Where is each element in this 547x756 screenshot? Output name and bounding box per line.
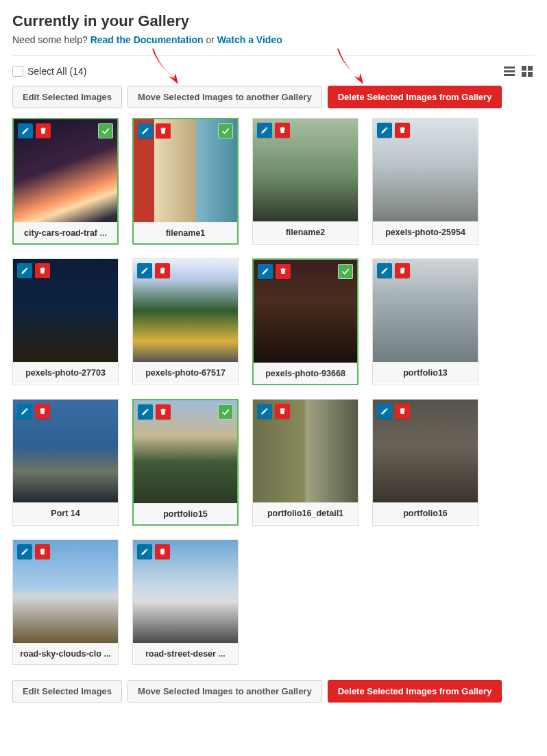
tile-delete-button[interactable] bbox=[156, 404, 171, 419]
gallery-tile[interactable]: pexels-photo-67517 bbox=[132, 258, 239, 385]
gallery-tile[interactable]: Port 14 bbox=[12, 399, 119, 526]
check-icon bbox=[221, 407, 230, 417]
tile-caption: pexels-photo-67517 bbox=[133, 362, 238, 383]
tile-edit-button[interactable] bbox=[377, 263, 392, 278]
pencil-icon bbox=[141, 267, 149, 275]
gallery-tile[interactable]: road-sky-clouds-clo ... bbox=[12, 539, 119, 665]
gallery-tile[interactable]: pexels-photo-25954 bbox=[372, 118, 478, 245]
tile-edit-button[interactable] bbox=[377, 123, 392, 138]
tile-delete-button[interactable] bbox=[276, 264, 291, 279]
documentation-link[interactable]: Read the Documentation bbox=[90, 34, 204, 45]
delete-selected-button[interactable]: Delete Selected Images from Gallery bbox=[328, 680, 502, 703]
tile-edit-button[interactable] bbox=[17, 263, 32, 278]
tile-delete-button[interactable] bbox=[36, 123, 51, 138]
tile-caption: pexels-photo-25954 bbox=[373, 221, 478, 243]
gallery-tile[interactable]: filename1 bbox=[132, 118, 239, 245]
grid-view-button[interactable] bbox=[520, 64, 535, 79]
tile-edit-button[interactable] bbox=[258, 264, 273, 279]
tile-label: city-cars-road-traf bbox=[24, 228, 97, 238]
thumbnail[interactable] bbox=[134, 119, 237, 222]
arrow-annotation-icon bbox=[148, 47, 186, 91]
move-selected-button[interactable]: Move Selected Images to another Gallery bbox=[127, 86, 322, 108]
gallery-tile[interactable]: pexels-photo-27703 bbox=[12, 258, 119, 385]
tile-edit-button[interactable] bbox=[138, 404, 153, 419]
pencil-icon bbox=[141, 548, 149, 556]
thumbnail[interactable] bbox=[14, 119, 117, 222]
selected-check-badge[interactable] bbox=[218, 123, 233, 138]
tile-edit-button[interactable] bbox=[257, 123, 272, 138]
pencil-icon bbox=[141, 127, 149, 135]
tile-delete-button[interactable] bbox=[155, 544, 170, 559]
thumbnail[interactable] bbox=[373, 400, 478, 502]
selected-check-badge[interactable] bbox=[218, 404, 233, 419]
tile-label: portfolio13 bbox=[403, 368, 448, 378]
gallery-tile[interactable]: portfolio16 bbox=[372, 399, 478, 526]
tile-delete-button[interactable] bbox=[35, 404, 50, 419]
select-all-checkbox[interactable] bbox=[12, 66, 23, 77]
delete-selected-button[interactable]: Delete Selected Images from Gallery bbox=[328, 86, 502, 108]
trash-icon bbox=[278, 407, 287, 415]
tile-edit-button[interactable] bbox=[377, 404, 392, 419]
tile-delete-button[interactable] bbox=[35, 263, 50, 278]
tile-edit-button[interactable] bbox=[17, 404, 32, 419]
gallery-tile[interactable]: city-cars-road-traf ... bbox=[12, 118, 119, 245]
tile-edit-button[interactable] bbox=[18, 123, 33, 138]
gallery-tile[interactable]: pexels-photo-93668 bbox=[252, 258, 358, 385]
trash-icon bbox=[38, 267, 47, 275]
thumbnail[interactable] bbox=[373, 259, 478, 362]
trash-icon bbox=[159, 127, 167, 135]
gallery-tile[interactable]: portfolio13 bbox=[372, 258, 478, 385]
gallery-tile[interactable]: portfolio16_detail1 bbox=[252, 399, 358, 526]
arrow-annotation-icon bbox=[333, 47, 372, 91]
tile-delete-button[interactable] bbox=[395, 404, 410, 419]
trash-icon bbox=[159, 408, 167, 416]
thumbnail[interactable] bbox=[13, 259, 118, 362]
thumbnail[interactable] bbox=[253, 119, 358, 221]
list-view-button[interactable] bbox=[502, 64, 517, 79]
tile-action-strip bbox=[137, 544, 170, 559]
truncation-indicator: ... bbox=[101, 649, 111, 659]
thumbnail[interactable] bbox=[373, 119, 478, 221]
edit-selected-button[interactable]: Edit Selected Images bbox=[12, 86, 122, 108]
tile-action-strip bbox=[377, 123, 410, 138]
selected-check-badge[interactable] bbox=[98, 123, 113, 138]
trash-icon bbox=[39, 127, 47, 135]
pencil-icon bbox=[260, 126, 269, 134]
selected-check-badge[interactable] bbox=[338, 264, 353, 279]
thumbnail[interactable] bbox=[133, 259, 238, 362]
gallery-tile[interactable]: portfolio15 bbox=[132, 399, 239, 526]
tile-delete-button[interactable] bbox=[156, 123, 171, 138]
thumbnail[interactable] bbox=[13, 400, 118, 502]
pencil-icon bbox=[380, 267, 389, 275]
edit-selected-button[interactable]: Edit Selected Images bbox=[12, 680, 122, 703]
pencil-icon bbox=[261, 267, 269, 276]
tile-edit-button[interactable] bbox=[137, 544, 152, 559]
tile-delete-button[interactable] bbox=[35, 544, 50, 559]
tile-edit-button[interactable] bbox=[17, 544, 32, 559]
select-all[interactable]: Select All (14) bbox=[12, 66, 86, 77]
tile-delete-button[interactable] bbox=[155, 263, 170, 278]
action-bar-bottom: Edit Selected Images Move Selected Image… bbox=[12, 680, 535, 703]
tile-caption: filename2 bbox=[253, 221, 358, 243]
tile-action-strip bbox=[377, 404, 410, 419]
tile-delete-button[interactable] bbox=[275, 123, 290, 138]
thumbnail[interactable] bbox=[253, 400, 358, 502]
tile-edit-button[interactable] bbox=[257, 404, 272, 419]
pencil-icon bbox=[380, 126, 389, 134]
thumbnail[interactable] bbox=[133, 540, 238, 643]
gallery-tile[interactable]: filename2 bbox=[252, 118, 358, 245]
pencil-icon bbox=[141, 408, 149, 416]
tile-delete-button[interactable] bbox=[395, 263, 410, 278]
tile-caption: pexels-photo-93668 bbox=[254, 363, 357, 384]
tile-edit-button[interactable] bbox=[137, 263, 152, 278]
gallery-tile[interactable]: road-street-deser ... bbox=[132, 539, 239, 665]
thumbnail[interactable] bbox=[254, 260, 357, 363]
tile-action-strip bbox=[137, 263, 170, 278]
move-selected-button[interactable]: Move Selected Images to another Gallery bbox=[127, 680, 322, 703]
video-link[interactable]: Watch a Video bbox=[217, 34, 282, 45]
thumbnail[interactable] bbox=[134, 400, 237, 503]
tile-edit-button[interactable] bbox=[138, 123, 153, 138]
thumbnail[interactable] bbox=[13, 540, 118, 643]
tile-delete-button[interactable] bbox=[275, 404, 290, 419]
tile-delete-button[interactable] bbox=[395, 123, 410, 138]
